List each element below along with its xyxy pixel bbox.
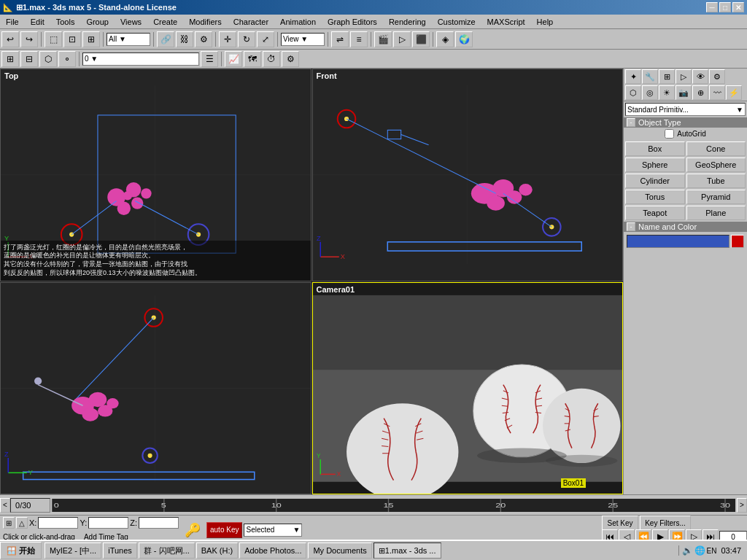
layer-dropdown[interactable]: 0 ▼ — [82, 52, 199, 66]
select-object-button[interactable]: ⬚ — [44, 31, 62, 47]
set-key-button[interactable]: Set Key — [602, 516, 638, 530]
menu-file[interactable]: File — [0, 16, 25, 28]
config-btn[interactable]: ⚙ — [282, 51, 299, 67]
torus-button[interactable]: Torus — [625, 190, 685, 204]
quick-render-button[interactable]: ▷ — [393, 31, 411, 47]
plane-button[interactable]: Plane — [686, 206, 746, 220]
curve-editor-button[interactable]: 📈 — [225, 51, 242, 67]
unlink-button[interactable]: ⛓ — [176, 31, 193, 47]
cone-button[interactable]: Cone — [686, 141, 746, 156]
render-scene-button[interactable]: 🎬 — [374, 31, 392, 47]
hierarchy-icon[interactable]: ⊞ — [659, 69, 675, 84]
undo-button[interactable]: ↩ — [1, 31, 19, 47]
geosphere-button[interactable]: GeoSphere — [686, 158, 746, 172]
select-move-button[interactable]: ✛ — [219, 31, 236, 47]
select-region-button[interactable]: ⊡ — [63, 31, 81, 47]
helpers-icon[interactable]: ⊕ — [692, 85, 708, 100]
pyramid-button[interactable]: Pyramid — [686, 190, 746, 204]
material-editor-button[interactable]: ◈ — [436, 31, 454, 47]
menu-rendering[interactable]: Rendering — [383, 16, 432, 28]
taskbar-itunes[interactable]: iTunes — [103, 542, 137, 559]
menu-group[interactable]: Group — [80, 16, 115, 28]
menu-customize[interactable]: Customize — [432, 16, 481, 28]
box-button[interactable]: Box — [625, 141, 685, 156]
geometry-icon[interactable]: ⬡ — [625, 85, 641, 100]
spacewarps-icon[interactable]: 〰 — [709, 85, 725, 100]
taskbar-mydocs[interactable]: My Documents — [308, 542, 371, 559]
taskbar-photoshop[interactable]: Adobe Photos... — [239, 542, 306, 559]
utilities-icon[interactable]: ⚙ — [709, 69, 725, 84]
snap-hier-button[interactable]: ⚬ — [58, 51, 76, 67]
select-window-button[interactable]: ⊞ — [82, 31, 100, 47]
taskbar-bak[interactable]: BAK (H:) — [196, 542, 238, 559]
grid-snap-icon[interactable]: ⊞ — [3, 517, 15, 529]
cameras-icon[interactable]: 📷 — [676, 85, 692, 100]
snap2d-button[interactable]: ⊟ — [20, 51, 38, 67]
z-input[interactable] — [139, 517, 179, 529]
key-filters-button[interactable]: Key Filters... — [640, 516, 691, 530]
auto-key-button[interactable]: auto Key — [206, 522, 242, 538]
viewport-top[interactable]: Top — [0, 69, 311, 281]
taskbar-myie2[interactable]: MyIE2 - [中... — [44, 542, 101, 559]
maximize-button[interactable]: □ — [719, 2, 731, 12]
taskbar-flash[interactable]: 群 - 闪吧网... — [139, 542, 195, 559]
menu-modifiers[interactable]: Modifiers — [183, 16, 228, 28]
start-button[interactable]: 🪟 开始 — [0, 542, 42, 559]
menu-animation[interactable]: Animation — [274, 16, 322, 28]
lights-icon[interactable]: ☀ — [659, 85, 675, 100]
systems-icon[interactable]: ⚡ — [726, 85, 742, 100]
track-btn[interactable]: ⏱ — [263, 51, 280, 67]
cylinder-button[interactable]: Cylinder — [625, 174, 685, 188]
taskbar-3dsmax[interactable]: ⊞1.max - 3ds ... — [374, 542, 441, 559]
menu-character[interactable]: Character — [228, 16, 274, 28]
named-selection-dropdown[interactable]: All ▼ — [107, 33, 150, 46]
motion-icon[interactable]: ▷ — [676, 69, 692, 84]
tube-button[interactable]: Tube — [686, 174, 746, 188]
autogrid-checkbox[interactable] — [665, 129, 674, 139]
redo-button[interactable]: ↪ — [20, 31, 38, 47]
select-rotate-button[interactable]: ↻ — [238, 31, 255, 47]
x-input[interactable] — [38, 517, 78, 529]
selected-dropdown[interactable]: Selected ▼ — [244, 524, 302, 537]
teapot-button[interactable]: Teapot — [625, 206, 685, 220]
snap-obj-button[interactable]: ⬡ — [39, 51, 57, 67]
menu-views[interactable]: Views — [115, 16, 147, 28]
viewport-front[interactable]: Front — [312, 69, 624, 281]
create-icon[interactable]: ✦ — [625, 69, 641, 84]
select-scale-button[interactable]: ⤢ — [257, 31, 274, 47]
minimize-button[interactable]: ─ — [706, 2, 718, 12]
layer-btn[interactable]: ☰ — [201, 51, 218, 67]
menu-create[interactable]: Create — [147, 16, 183, 28]
name-input[interactable] — [627, 235, 729, 248]
menu-maxscript[interactable]: MAXScript — [481, 16, 531, 28]
close-button[interactable]: ✕ — [732, 2, 744, 12]
display-icon[interactable]: 👁 — [692, 69, 708, 84]
environment-button[interactable]: 🌍 — [455, 31, 473, 47]
primitives-dropdown[interactable]: Standard Primitiv... ▼ — [625, 103, 746, 116]
viewport-left[interactable]: Left — [0, 282, 311, 495]
link-button[interactable]: 🔗 — [157, 31, 174, 47]
reference-coord-dropdown[interactable]: View ▼ — [281, 33, 325, 46]
mirror-button[interactable]: ⇌ — [331, 31, 349, 47]
sphere-button[interactable]: Sphere — [625, 158, 685, 172]
viewport-camera[interactable]: Camera01 — [312, 282, 624, 495]
menu-help[interactable]: Help — [531, 16, 560, 28]
render-type-button[interactable]: ⬛ — [412, 31, 430, 47]
schematic-button[interactable]: 🗺 — [244, 51, 261, 67]
key-lock-icon[interactable]: 🔑 — [185, 522, 201, 538]
shapes-icon[interactable]: ◎ — [642, 85, 658, 100]
angle-snap-icon[interactable]: △ — [16, 517, 28, 529]
modify-icon[interactable]: 🔧 — [642, 69, 658, 84]
align-button[interactable]: ≡ — [350, 31, 368, 47]
menu-edit[interactable]: Edit — [25, 16, 50, 28]
snap-toggle-button[interactable]: ⊞ — [1, 51, 19, 67]
bind-button[interactable]: ⚙ — [195, 31, 212, 47]
y-input[interactable] — [88, 517, 128, 529]
object-type-collapse[interactable]: - — [627, 118, 635, 127]
menu-graph-editors[interactable]: Graph Editors — [322, 16, 383, 28]
menu-tools[interactable]: Tools — [50, 16, 81, 28]
timeline-next-button[interactable]: > — [737, 498, 747, 513]
timeline-track[interactable]: 0 5 10 15 20 25 30 — [52, 499, 735, 512]
timeline-prev-button[interactable]: < — [0, 498, 10, 513]
name-color-collapse[interactable]: - — [627, 222, 635, 231]
